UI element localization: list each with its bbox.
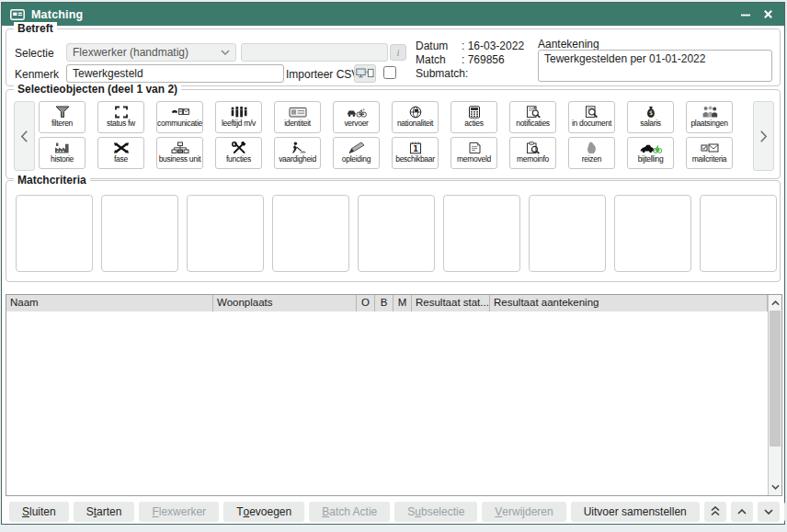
- importeer-csv-checkbox[interactable]: [383, 66, 396, 79]
- selectie-extra-field[interactable]: [241, 43, 388, 62]
- datum-label: Datum: [416, 40, 462, 52]
- selectieobject-in-document-button[interactable]: in document: [568, 101, 615, 133]
- column-header-b[interactable]: B: [375, 295, 394, 311]
- selectieobject-bijtelling-button[interactable]: bijtelling: [627, 137, 674, 169]
- results-table: NaamWoonplaatsOBMResultaat stat...Result…: [6, 294, 782, 496]
- selectieobject-opleiding-button[interactable]: opleiding: [333, 137, 380, 169]
- car-bicycle-outline-icon: [347, 106, 367, 119]
- table-body: [6, 311, 768, 495]
- selectieobject-label: leeftijd m/v: [222, 119, 256, 128]
- selectieobject-leeftijd-m-v-button[interactable]: leeftijd m/v: [215, 101, 262, 133]
- subselectie-button[interactable]: Subselectie: [394, 502, 477, 522]
- selectieobject-plaatsingen-button[interactable]: plaatsingen: [686, 101, 733, 133]
- selectieobject-status-fw-button[interactable]: status fw: [97, 101, 144, 133]
- selectieobject-reizen-button[interactable]: reizen: [568, 137, 615, 169]
- kenmerk-input[interactable]: [66, 64, 284, 83]
- memo-icon: [465, 141, 484, 154]
- selectieobject-label: reizen: [582, 155, 601, 164]
- selectieobjecten-grid: filterenstatus fwcommunicatieleeftijd m/…: [39, 101, 733, 169]
- datum-row: Datum : 16-03-2022: [416, 40, 524, 52]
- calendar-1-icon: 1: [406, 141, 425, 154]
- selectieobject-label: memoinfo: [517, 155, 549, 164]
- in-document-search-icon: [583, 106, 601, 119]
- matchcriteria-slot-9: [700, 195, 777, 272]
- pencil-icon: [348, 141, 366, 154]
- move-down-button[interactable]: [758, 502, 780, 522]
- car-bicycle-color-icon: [640, 141, 662, 154]
- arrows-x-icon: [112, 141, 131, 154]
- selectieobject-label: business unit: [159, 155, 201, 164]
- column-header-resultaat-stat[interactable]: Resultaat stat...: [412, 295, 490, 311]
- factory-icon: [53, 141, 72, 154]
- matchcriteria-slot-6: [443, 195, 520, 272]
- matchcriteria-slot-2: [101, 195, 178, 272]
- selectieobject-salaris-button[interactable]: $salaris: [627, 101, 674, 133]
- selectieobject-label: status fw: [107, 119, 135, 128]
- chevron-right-icon: [759, 130, 768, 143]
- aantekening-textarea[interactable]: Tewerkgestelden per 01-01-2022: [538, 50, 772, 82]
- selectieobject-mailcriteria-button[interactable]: mailcriteria: [686, 137, 733, 169]
- selectieobject-notificaties-button[interactable]: notificaties: [509, 101, 556, 133]
- memo-search-icon: [524, 141, 542, 154]
- column-header-resultaat-aantekening[interactable]: Resultaat aantekening: [490, 295, 768, 311]
- column-header-woonplaats[interactable]: Woonplaats: [213, 295, 357, 311]
- matchcriteria-slot-4: [272, 195, 349, 272]
- selectieobjecten-row-1: filterenstatus fwcommunicatieleeftijd m/…: [39, 101, 733, 133]
- selectie-dropdown[interactable]: Flexwerker (handmatig): [66, 43, 236, 62]
- scrollbar-down-button[interactable]: [769, 480, 781, 494]
- scrollbar-thumb[interactable]: [770, 311, 781, 447]
- id-card-icon: [289, 106, 307, 119]
- selectieobject-label: bijtelling: [638, 155, 664, 164]
- selectieobject-filteren-button[interactable]: filteren: [39, 101, 86, 133]
- selectieobject-vaardigheid-button[interactable]: vaardigheid: [274, 137, 321, 169]
- submatch-label: Submatch:: [416, 67, 468, 80]
- selectieobject-beschikbaar-button[interactable]: 1beschikbaar: [392, 137, 439, 169]
- match-value: : 769856: [462, 53, 505, 66]
- kenmerk-label: Kenmerk: [15, 68, 59, 81]
- csv-import-icon: [356, 68, 374, 79]
- selectieobject-label: communicatie: [157, 119, 202, 128]
- toevoegen-button[interactable]: Toevoegen: [223, 502, 304, 522]
- selectieobject-label: filteren: [51, 119, 73, 128]
- vertical-scrollbar[interactable]: [768, 295, 781, 495]
- selectieobject-communicatie-button[interactable]: communicatie: [156, 101, 203, 133]
- batch-actie-button[interactable]: Batch Actie: [309, 502, 390, 522]
- move-up-button[interactable]: [731, 502, 753, 522]
- selectieobject-identiteit-button[interactable]: identiteit: [274, 101, 321, 133]
- selectieobject-historie-button[interactable]: historie: [39, 137, 86, 169]
- communication-icon: [171, 106, 189, 119]
- selectieobject-business-unit-button[interactable]: business unit: [156, 137, 203, 169]
- verwijderen-button[interactable]: Verwijderen: [482, 502, 565, 522]
- selectieobject-nationaliteit-button[interactable]: nationaliteit: [392, 101, 439, 133]
- selectieobject-memoinfo-button[interactable]: memoinfo: [509, 137, 556, 169]
- selectieobjecten-group: Selectieobjecten (deel 1 van 2) filteren…: [6, 89, 781, 179]
- selection-frame-icon: [112, 106, 131, 119]
- chevron-down-icon: [221, 50, 230, 55]
- submatch-row: Submatch:: [416, 67, 468, 80]
- selectieobject-fase-button[interactable]: fase: [97, 137, 144, 169]
- selectieobject-memoveld-button[interactable]: memoveld: [451, 137, 497, 169]
- move-top-button[interactable]: [704, 502, 726, 522]
- column-header-naam[interactable]: Naam: [6, 295, 213, 311]
- scroll-left-button[interactable]: [14, 101, 35, 171]
- column-header-o[interactable]: O: [357, 295, 375, 311]
- selectieobject-functies-button[interactable]: functies: [215, 137, 262, 169]
- uitvoer-samenstellen-button[interactable]: Uitvoer samenstellen: [571, 502, 700, 522]
- money-bag-icon: $: [642, 106, 660, 119]
- minimize-button[interactable]: [735, 6, 757, 23]
- importeer-csv-button[interactable]: [354, 64, 376, 83]
- selectieobject-acties-button[interactable]: acties: [451, 101, 497, 133]
- column-header-m[interactable]: M: [394, 295, 412, 311]
- flexwerker-button[interactable]: Flexwerker: [139, 502, 219, 522]
- scrollbar-up-button[interactable]: [769, 296, 781, 311]
- traveler-icon: [583, 141, 601, 154]
- selectieobject-vervoer-button[interactable]: vervoer: [333, 101, 380, 133]
- scroll-right-button[interactable]: [753, 101, 774, 171]
- close-button[interactable]: [757, 6, 779, 23]
- sluiten-button[interactable]: Sluiten: [9, 502, 69, 522]
- matchcriteria-slot-5: [358, 195, 435, 272]
- selectieobject-label: fase: [114, 155, 128, 164]
- selectieobject-label: nationaliteit: [397, 119, 433, 128]
- info-button[interactable]: i: [390, 44, 406, 61]
- starten-button[interactable]: Starten: [74, 502, 135, 522]
